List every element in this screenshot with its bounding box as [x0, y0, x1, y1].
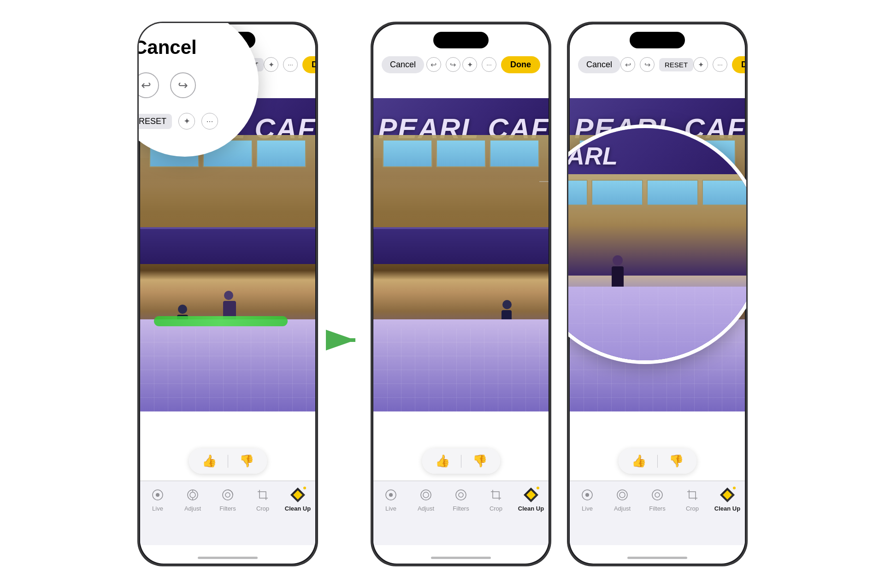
rating-pill-2: 👍 👎	[422, 448, 500, 474]
crop-icon-1	[255, 488, 270, 502]
thumbdown-3[interactable]: 👎	[669, 454, 684, 468]
filters-label-1: Filters	[219, 505, 236, 512]
tab-crop-2[interactable]: Crop	[478, 488, 513, 512]
plaza-floor-2	[373, 319, 549, 412]
magic-icon-1[interactable]: ✦	[264, 57, 278, 72]
yellow-dot-3	[732, 486, 737, 490]
tab-filters-1[interactable]: Filters	[210, 488, 245, 512]
phone-2-inner: Cancel ↩ ↪ ✦ ··· Done PEARL CAFE	[373, 24, 549, 564]
tab-cleanup-1[interactable]: Clean Up	[280, 488, 315, 512]
cafe-building-2	[373, 135, 549, 264]
tab-live-1[interactable]: Live	[140, 488, 175, 512]
done-button-3[interactable]: Done	[732, 56, 745, 73]
redo-icon-zoomed[interactable]: ↪	[170, 72, 196, 98]
rating-area-3: 👍 👎	[570, 448, 745, 474]
undo-icon-2[interactable]: ↩	[426, 57, 441, 72]
tab-adjust-2[interactable]: Adjust	[408, 488, 443, 512]
more-icon-zoomed[interactable]: ···	[201, 113, 218, 129]
magic-icon-2[interactable]: ✦	[462, 57, 477, 72]
tab-live-3[interactable]: Live	[570, 488, 605, 512]
filters-label-3: Filters	[649, 505, 665, 512]
cafe-windows-2	[383, 140, 539, 167]
adjust-label-1: Adjust	[184, 505, 201, 512]
photo-area-2: PEARL CAFE	[373, 98, 549, 412]
rating-area-1: 👍 👎	[140, 448, 315, 474]
cleanup-label-1: Clean Up	[285, 505, 311, 512]
magic-icon-3[interactable]: ✦	[693, 57, 708, 72]
cancel-button-3[interactable]: Cancel	[578, 56, 620, 73]
home-indicator-1	[198, 557, 258, 559]
magnify-windows	[567, 174, 747, 211]
live-label-3: Live	[582, 505, 593, 512]
crop-label-1: Crop	[256, 505, 269, 512]
crop-icon-2	[489, 488, 503, 502]
tab-filters-3[interactable]: Filters	[640, 488, 675, 512]
done-button-1[interactable]: Done	[302, 56, 315, 73]
tab-adjust-1[interactable]: Adjust	[175, 488, 210, 512]
svg-point-1	[156, 493, 159, 497]
tab-filters-2[interactable]: Filters	[443, 488, 478, 512]
svg-point-7	[225, 493, 230, 497]
cleanup-label-3: Clean Up	[714, 505, 740, 512]
crop-icon-3	[685, 488, 700, 502]
done-button-2[interactable]: Done	[501, 56, 540, 73]
rating-divider-2	[461, 455, 461, 468]
thumbdown-2[interactable]: 👎	[472, 454, 487, 468]
window-2-1	[383, 140, 432, 167]
thumbup-1[interactable]: 👍	[202, 454, 217, 468]
svg-point-14	[456, 490, 466, 500]
svg-point-12	[421, 490, 431, 500]
crop-label-3: Crop	[686, 505, 699, 512]
tab-cleanup-3[interactable]: Clean Up	[710, 488, 745, 512]
magic-icon-zoomed[interactable]: ✦	[178, 113, 195, 129]
more-icon-3[interactable]: ···	[713, 57, 727, 72]
redo-icon-2[interactable]: ↪	[446, 57, 460, 72]
cancel-button-2[interactable]: Cancel	[382, 56, 424, 73]
thumbup-3[interactable]: 👍	[631, 454, 646, 468]
more-icon-2[interactable]: ···	[482, 57, 496, 72]
adjust-icon-3	[615, 488, 630, 502]
cafe-counter-2	[373, 227, 549, 264]
adjust-icon-2	[419, 488, 433, 502]
live-icon-1	[150, 488, 165, 502]
cafe-counter-1	[140, 227, 315, 264]
filters-label-2: Filters	[453, 505, 469, 512]
adjust-label-2: Adjust	[418, 505, 434, 512]
live-icon-3	[580, 488, 595, 502]
adjust-icon-1	[185, 488, 200, 502]
tab-crop-1[interactable]: Crop	[245, 488, 280, 512]
cleanup-icon-2	[524, 488, 538, 502]
tab-live-2[interactable]: Live	[373, 488, 408, 512]
dynamic-island-3	[630, 32, 685, 48]
tab-cleanup-2[interactable]: Clean Up	[513, 488, 549, 512]
phone-3: PEARL	[567, 22, 747, 566]
undo-icon-zoomed[interactable]: ↩	[138, 72, 159, 98]
redo-icon-3[interactable]: ↪	[640, 57, 655, 72]
undo-icon-3[interactable]: ↩	[620, 57, 635, 72]
svg-point-17	[585, 493, 589, 497]
magnify-tiles	[567, 287, 747, 360]
phone-1: Cancel ↩ ↪ RESET ✦ ··· Cancel ↩	[138, 22, 318, 566]
thumbup-2[interactable]: 👍	[435, 454, 450, 468]
reset-button-3[interactable]: RESET	[659, 58, 693, 71]
magnify-window-2	[591, 180, 643, 206]
live-label-1: Live	[152, 505, 163, 512]
phones-container: Cancel ↩ ↪ RESET ✦ ··· Cancel ↩	[0, 0, 885, 588]
magnify-cafe-content: PEARL	[567, 128, 747, 360]
tab-crop-3[interactable]: Crop	[675, 488, 710, 512]
window-2-3	[490, 140, 539, 167]
window-2-2	[436, 140, 486, 167]
cleanup-icon-3	[720, 488, 735, 502]
rating-pill-1: 👍 👎	[189, 448, 267, 474]
svg-point-20	[652, 490, 662, 500]
svg-point-21	[655, 493, 660, 497]
reset-btn-zoomed[interactable]: RESET	[138, 114, 172, 129]
tab-adjust-3[interactable]: Adjust	[605, 488, 640, 512]
filters-icon-1	[220, 488, 235, 502]
adjust-label-3: Adjust	[614, 505, 631, 512]
magnify-window-4	[702, 180, 747, 206]
connector-line	[539, 181, 549, 182]
more-icon-1[interactable]: ···	[283, 57, 298, 72]
tab-bar-1: Live Adjust Filters	[140, 481, 315, 545]
thumbdown-1[interactable]: 👎	[239, 454, 254, 468]
